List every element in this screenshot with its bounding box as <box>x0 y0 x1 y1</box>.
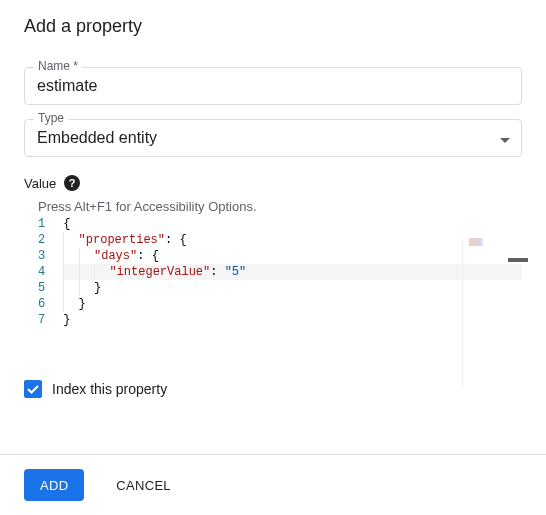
line-number: 1 <box>38 216 45 232</box>
code-line: "days": { <box>63 248 522 264</box>
code-gutter: 1 2 3 4 5 6 7 <box>24 216 63 328</box>
overview-ruler-mark <box>508 258 528 262</box>
index-checkbox[interactable] <box>24 380 42 398</box>
code-line: { <box>63 216 522 232</box>
code-minimap[interactable] <box>462 238 522 388</box>
line-number: 4 <box>38 264 45 280</box>
name-field-wrap: Name * <box>24 67 522 105</box>
line-number: 5 <box>38 280 45 296</box>
code-line: "properties": { <box>63 232 522 248</box>
minimap-content <box>469 238 499 246</box>
dialog-title: Add a property <box>0 0 546 53</box>
svg-text:?: ? <box>69 177 76 189</box>
code-line: } <box>63 312 522 328</box>
name-label: Name * <box>34 59 82 73</box>
line-number: 6 <box>38 296 45 312</box>
accessibility-hint: Press Alt+F1 for Accessibility Options. <box>24 199 522 214</box>
line-number: 3 <box>38 248 45 264</box>
code-editor[interactable]: 1 2 3 4 5 6 7 { "properties": { "days": … <box>24 216 522 328</box>
code-line: "integerValue": "5" <box>63 264 522 280</box>
line-number: 2 <box>38 232 45 248</box>
help-icon[interactable]: ? <box>64 175 80 191</box>
type-select[interactable]: Embedded entity <box>24 119 522 157</box>
type-selected-value: Embedded entity <box>37 129 157 147</box>
type-label: Type <box>34 111 68 125</box>
check-icon <box>26 382 40 396</box>
line-number: 7 <box>38 312 45 328</box>
index-checkbox-label: Index this property <box>52 381 167 397</box>
value-label: Value <box>24 176 56 191</box>
name-input[interactable] <box>24 67 522 105</box>
cancel-button[interactable]: CANCEL <box>100 469 187 501</box>
code-line: } <box>63 296 522 312</box>
dialog-actions: ADD CANCEL <box>0 454 546 515</box>
add-button[interactable]: ADD <box>24 469 84 501</box>
code-body[interactable]: { "properties": { "days": { "integerValu… <box>63 216 522 328</box>
code-line: } <box>63 280 522 296</box>
type-field-wrap: Type Embedded entity <box>24 119 522 157</box>
